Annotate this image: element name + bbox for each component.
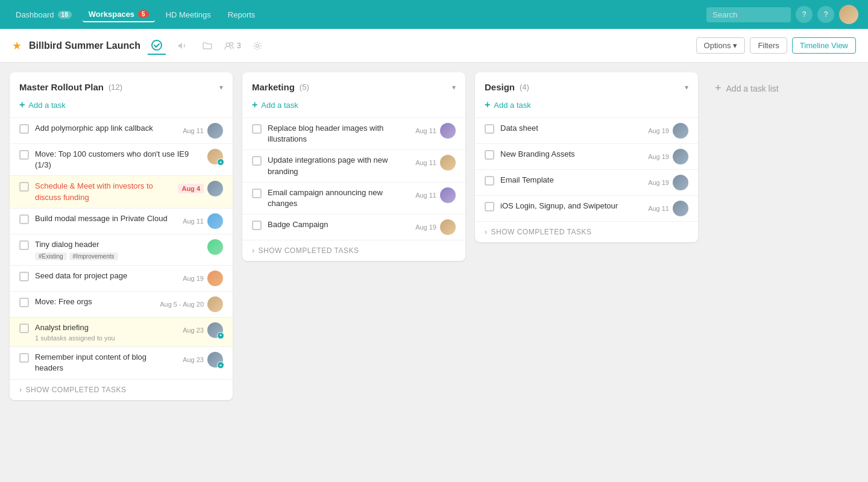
user-avatar-nav[interactable] [839,5,858,24]
task-date: Aug 11 [648,205,669,212]
task-items: Add polymorphic app link callbackAug 11M… [10,117,233,379]
task-item[interactable]: Seed data for project pageAug 19 [10,265,233,291]
task-item[interactable]: Data sheetAug 19 [475,117,698,143]
task-meta: Aug 19 [648,123,688,139]
add-list-col: + Add a task list [708,72,840,99]
task-name: Badge Campaign [268,219,409,230]
task-item[interactable]: Schedule & Meet with investors to discus… [10,175,233,207]
task-info: Move: Top 100 customers who don't use IE… [35,149,201,171]
nav-dashboard[interactable]: Dashboard 18 [10,8,78,22]
task-list-header: Marketing (5) ▾ [242,72,465,97]
task-info: Badge Campaign [268,219,409,230]
task-checkbox[interactable] [19,324,29,333]
task-avatar [440,123,456,139]
task-item[interactable]: Email TemplateAug 19 [475,169,698,195]
task-item[interactable]: Remember input content of blog headersAu… [10,346,233,378]
show-completed-button[interactable]: ›SHOW COMPLETED TASKS [242,240,465,261]
task-item[interactable]: Update integrations page with new brandi… [242,149,465,181]
task-checkbox[interactable] [19,182,29,192]
filters-button[interactable]: Filters [750,37,787,54]
task-item[interactable]: iOS Login, Signup, and SwipetourAug 11 [475,195,698,221]
megaphone-icon[interactable] [173,37,191,55]
task-item[interactable]: Analyst briefing1 subtasks assigned to y… [10,317,233,346]
nav-reports[interactable]: Reports [222,8,262,22]
avatar-wrapper [673,201,688,216]
nav-workspaces-label: Workspaces [89,10,134,19]
help-icon-btn-2[interactable]: ? [817,6,834,23]
options-label: Options [704,41,731,50]
task-avatar [207,239,223,255]
project-star-icon[interactable]: ★ [12,39,22,52]
checklist-icon[interactable] [148,37,166,55]
question-mark-icon: ? [802,10,807,19]
task-meta: Aug 5 - Aug 20 [160,296,223,312]
add-task-row[interactable]: +Add a task [242,97,465,117]
task-checkbox[interactable] [485,150,494,160]
nav-workspaces[interactable]: Workspaces 5 [83,7,155,22]
task-info: Add polymorphic app link callback [35,123,177,134]
svg-point-1 [226,43,230,46]
task-checkbox[interactable] [252,156,262,166]
task-item[interactable]: Move: Top 100 customers who don't use IE… [10,143,233,175]
header-chevron-icon[interactable]: ▾ [452,83,456,92]
header-chevron-icon[interactable]: ▾ [219,83,223,92]
top-nav: Dashboard 18 Workspaces 5 HD Meetings Re… [0,0,868,29]
task-meta: Aug 19 [183,271,223,286]
task-item[interactable]: Add polymorphic app link callbackAug 11 [10,117,233,143]
svg-point-3 [256,44,259,47]
avatar-badge: + [217,158,224,166]
add-list-button[interactable]: + Add a task list [708,77,786,99]
plus-icon: + [19,99,25,110]
task-list-title: Master Rollout Plan [19,82,104,92]
task-name: Update integrations page with new brandi… [268,155,409,177]
task-name: Data sheet [500,123,642,134]
task-checkbox[interactable] [252,124,262,134]
add-task-row[interactable]: +Add a task [475,97,698,117]
task-name: Remember input content of blog headers [35,352,177,374]
show-completed-button[interactable]: ›SHOW COMPLETED TASKS [475,221,698,242]
task-avatar [673,149,688,164]
task-item[interactable]: Replace blog header images with illustra… [242,117,465,149]
settings-icon[interactable] [248,37,266,55]
task-checkbox[interactable] [252,221,262,230]
help-icon-btn[interactable]: ? [796,6,813,23]
task-item[interactable]: Tiny dialog header#Existing#Improvements [10,234,233,265]
add-task-label: Add a task [494,101,530,110]
task-date: Aug 19 [648,127,669,134]
task-checkbox[interactable] [252,189,262,198]
members-icon[interactable]: 3 [224,40,241,51]
task-item[interactable]: Badge CampaignAug 19 [242,214,465,240]
question-mark-icon-2: ? [824,10,828,19]
task-checkbox[interactable] [19,214,29,224]
timeline-view-button[interactable]: Timeline View [792,37,856,54]
task-meta: Aug 11 [648,201,688,216]
task-item[interactable]: Build modal message in Private CloudAug … [10,208,233,234]
task-checkbox[interactable] [19,124,29,134]
task-checkbox[interactable] [19,150,29,160]
task-meta: Aug 11 [415,187,456,203]
task-tag: #Improvements [69,252,118,260]
task-checkbox[interactable] [485,124,494,134]
task-checkbox[interactable] [19,298,29,307]
show-completed-button[interactable]: ›SHOW COMPLETED TASKS [10,379,233,400]
task-checkbox[interactable] [19,240,29,250]
show-completed-label: SHOW COMPLETED TASKS [259,246,359,255]
task-avatar [440,219,456,235]
task-checkbox[interactable] [19,353,29,363]
task-info: iOS Login, Signup, and Swipetour [500,201,642,211]
header-chevron-icon[interactable]: ▾ [685,83,688,92]
task-checkbox[interactable] [19,272,29,281]
task-checkbox[interactable] [485,176,494,186]
task-meta: Aug 19 [415,219,456,235]
task-item[interactable]: New Branding AssetsAug 19 [475,143,698,169]
avatar-badge: + [217,332,224,339]
search-input[interactable] [706,7,791,22]
task-checkbox[interactable] [485,202,494,211]
task-item[interactable]: Move: Free orgsAug 5 - Aug 20 [10,291,233,317]
options-button[interactable]: Options ▾ [696,37,746,54]
nav-meetings[interactable]: HD Meetings [160,8,217,22]
task-item[interactable]: Email campaign announcing new changesAug… [242,182,465,214]
add-task-row[interactable]: +Add a task [10,97,233,117]
folder-icon[interactable] [198,37,216,55]
task-name: Seed data for project page [35,271,177,281]
